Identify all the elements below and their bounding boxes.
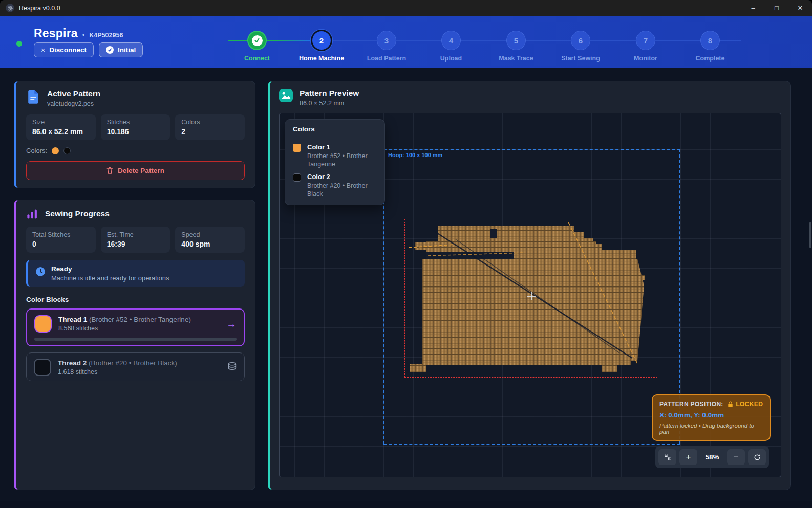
step-start-sewing[interactable]: 6 Start Sewing bbox=[550, 31, 611, 62]
zoom-out-button[interactable]: − bbox=[727, 449, 745, 465]
separator: • bbox=[82, 31, 85, 39]
thread-detail: (Brother #20 • Brother Black) bbox=[89, 359, 177, 367]
stat-label: Size bbox=[32, 119, 90, 126]
step-label: Mask Trace bbox=[485, 55, 547, 62]
check-icon bbox=[252, 35, 263, 46]
connection-status-dot bbox=[16, 41, 22, 47]
stat-value: 2 bbox=[181, 127, 239, 136]
legend-swatch-1 bbox=[293, 144, 301, 152]
step-8-circle: 8 bbox=[700, 31, 720, 50]
sewing-progress-title: Sewing Progress bbox=[45, 209, 110, 218]
stat-value: 0 bbox=[32, 240, 90, 248]
disconnect-button[interactable]: × Disconnect bbox=[34, 42, 94, 57]
step-label: Start Sewing bbox=[550, 55, 611, 62]
stat-speed: Speed 400 spm bbox=[175, 227, 245, 253]
zoom-level: 58% bbox=[700, 453, 724, 461]
thread-stitch-count: 8.568 stitches bbox=[58, 325, 191, 332]
initial-label: Initial bbox=[118, 46, 136, 54]
step-monitor[interactable]: 7 Monitor bbox=[615, 31, 676, 62]
app-window: Respira v0.0.0 – □ ✕ Respira • K4P502956… bbox=[0, 0, 812, 508]
step-connect[interactable]: Connect bbox=[226, 31, 288, 62]
lock-state: LOCKED bbox=[736, 401, 763, 408]
step-home-machine[interactable]: 2 Home Machine bbox=[291, 30, 352, 62]
legend-color-detail: Brother #20 • Brother Black bbox=[307, 182, 377, 198]
step-label: Connect bbox=[226, 55, 288, 62]
color-swatch-1 bbox=[52, 147, 59, 154]
preview-canvas[interactable]: Hoop: 100 x 100 mm bbox=[279, 113, 781, 477]
step-4-circle: 4 bbox=[441, 31, 461, 50]
step-complete[interactable]: 8 Complete bbox=[679, 31, 741, 62]
stat-value: 16:39 bbox=[107, 240, 164, 248]
color-blocks-label: Color Blocks bbox=[26, 296, 245, 303]
step-7-circle: 7 bbox=[636, 31, 655, 50]
zoom-controls: + 58% − bbox=[655, 446, 769, 468]
image-icon bbox=[279, 89, 293, 102]
minimize-button[interactable]: – bbox=[741, 0, 765, 16]
trash-icon bbox=[106, 167, 113, 174]
thread-name: Thread 2 bbox=[58, 359, 87, 367]
stat-label: Speed bbox=[181, 231, 239, 238]
arrow-right-icon: → bbox=[226, 318, 237, 330]
position-coordinates: X: 0.0mm, Y: 0.0mm bbox=[659, 411, 763, 419]
step-label: Load Pattern bbox=[356, 55, 417, 62]
step-load-pattern[interactable]: 3 Load Pattern bbox=[356, 31, 417, 62]
thread-stitch-count: 1.618 stitches bbox=[58, 368, 177, 376]
document-icon bbox=[26, 89, 40, 104]
stat-label: Est. Time bbox=[107, 231, 164, 238]
hoop-label: Hoop: 100 x 100 mm bbox=[388, 152, 442, 158]
legend-color-name: Color 1 bbox=[307, 143, 377, 151]
stat-size: Size 86.0 x 52.2 mm bbox=[26, 114, 96, 140]
fit-to-screen-button[interactable] bbox=[658, 449, 676, 465]
step-5-circle: 5 bbox=[506, 31, 526, 50]
sewing-progress-card: Sewing Progress Total Stitches 0 Est. Ti… bbox=[14, 200, 255, 490]
stat-total-stitches: Total Stitches 0 bbox=[26, 227, 96, 253]
status-message: Machine is idle and ready for operations bbox=[51, 274, 169, 282]
app-name: Respira bbox=[34, 27, 78, 40]
pattern-position-overlay: PATTERN POSITION: LOCKED X: 0.0mm, Y: 0.… bbox=[652, 394, 771, 441]
active-pattern-card: Active Pattern valetudogv2.pes Size 86.0… bbox=[14, 81, 255, 188]
step-2-circle: 2 bbox=[311, 30, 332, 51]
app-logo-icon bbox=[6, 4, 14, 12]
step-1-circle bbox=[247, 31, 267, 50]
step-mask-trace[interactable]: 5 Mask Trace bbox=[485, 31, 547, 62]
legend-entry-2: Color 2 Brother #20 • Brother Black bbox=[293, 173, 377, 198]
legend-color-detail: Brother #52 • Brother Tangerine bbox=[307, 152, 377, 169]
x-icon: × bbox=[41, 46, 45, 54]
position-label: PATTERN POSITION: bbox=[659, 401, 723, 408]
stat-value: 10.186 bbox=[107, 127, 164, 136]
initial-button[interactable]: Initial bbox=[99, 42, 143, 57]
legend-entry-1: Color 1 Brother #52 • Brother Tangerine bbox=[293, 143, 377, 169]
legend-color-name: Color 2 bbox=[307, 173, 377, 181]
machine-status: Ready Machine is idle and ready for oper… bbox=[26, 260, 245, 287]
stat-colors: Colors 2 bbox=[175, 114, 245, 140]
position-hint: Pattern locked • Drag background to pan bbox=[659, 423, 763, 435]
stat-stitches: Stitches 10.186 bbox=[101, 114, 170, 140]
step-label: Complete bbox=[679, 55, 741, 62]
reset-view-button[interactable] bbox=[748, 449, 766, 465]
delete-pattern-button[interactable]: Delete Pattern bbox=[26, 161, 245, 180]
color-swatch-2 bbox=[63, 147, 71, 154]
status-title: Ready bbox=[51, 265, 169, 273]
thread-1-swatch bbox=[34, 315, 52, 333]
close-button[interactable]: ✕ bbox=[788, 0, 812, 16]
colors-legend: Colors Color 1 Brother #52 • Brother Tan… bbox=[285, 119, 385, 205]
step-3-circle: 3 bbox=[377, 31, 396, 50]
thread-2-swatch bbox=[34, 359, 51, 376]
bottom-strip bbox=[0, 501, 812, 508]
zoom-in-button[interactable]: + bbox=[679, 449, 697, 465]
scrollbar-thumb[interactable] bbox=[809, 222, 811, 248]
step-upload[interactable]: 4 Upload bbox=[420, 31, 482, 62]
app-header: Respira • K4P502956 × Disconnect Initial bbox=[0, 16, 812, 68]
clock-icon bbox=[35, 267, 46, 277]
thread-name: Thread 1 bbox=[58, 316, 87, 323]
maximize-button[interactable]: □ bbox=[765, 0, 788, 16]
legend-title: Colors bbox=[293, 125, 377, 133]
thread-2-block[interactable]: Thread 2 (Brother #20 • Brother Black) 1… bbox=[26, 352, 245, 381]
window-title: Respira v0.0.0 bbox=[19, 5, 60, 12]
step-label: Monitor bbox=[615, 55, 676, 62]
pattern-preview-card: Pattern Preview 86.0 × 52.2 mm Hoop: 100… bbox=[268, 81, 791, 490]
stat-label: Total Stitches bbox=[32, 231, 90, 238]
lock-icon bbox=[728, 401, 733, 408]
thread-1-block[interactable]: Thread 1 (Brother #52 • Brother Tangerin… bbox=[26, 308, 245, 346]
active-pattern-title: Active Pattern bbox=[47, 89, 100, 98]
